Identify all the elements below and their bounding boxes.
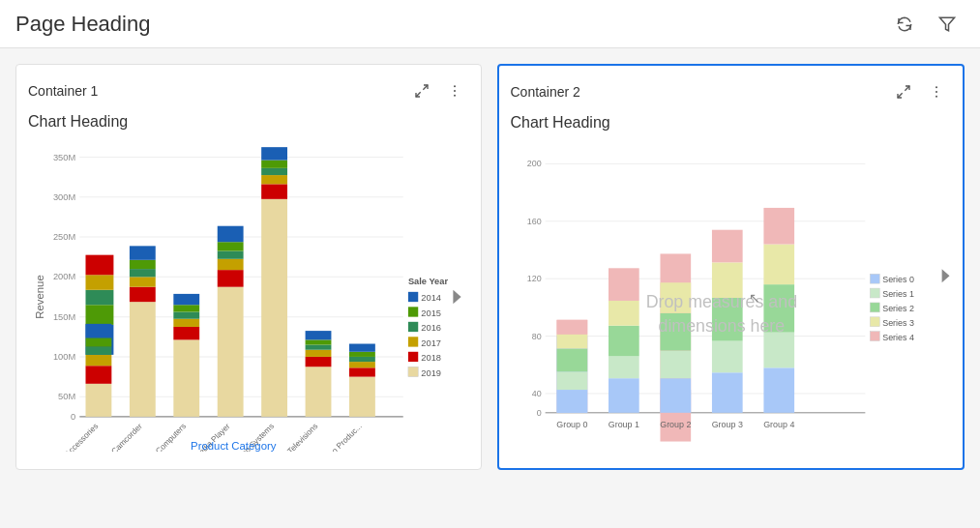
- svg-line-95: [898, 93, 903, 98]
- container-2-actions: [889, 77, 951, 106]
- svg-rect-49: [218, 270, 244, 287]
- svg-text:Series 1: Series 1: [882, 289, 914, 299]
- svg-rect-61: [306, 357, 332, 367]
- svg-text:↖: ↖: [748, 290, 759, 306]
- svg-rect-52: [218, 242, 244, 250]
- svg-rect-34: [85, 337, 111, 346]
- svg-text:2018: 2018: [421, 353, 441, 363]
- container-2-chart: 200 160 120 80 40 0: [511, 143, 952, 453]
- svg-rect-69: [349, 357, 375, 362]
- svg-rect-48: [218, 287, 244, 417]
- svg-rect-31: [85, 366, 111, 384]
- filter-button[interactable]: [930, 7, 965, 42]
- svg-rect-59: [261, 147, 287, 160]
- svg-rect-51: [218, 251, 244, 259]
- svg-rect-56: [261, 175, 287, 184]
- svg-rect-136: [711, 230, 742, 263]
- svg-rect-151: [870, 303, 879, 312]
- container-1-more-button[interactable]: [440, 76, 469, 105]
- container-2-expand-button[interactable]: [889, 77, 918, 106]
- svg-rect-47: [173, 294, 199, 305]
- svg-text:Group 4: Group 4: [763, 420, 794, 429]
- svg-text:250M: 250M: [53, 232, 75, 242]
- svg-rect-67: [349, 367, 375, 376]
- svg-rect-153: [870, 317, 879, 327]
- svg-point-98: [935, 96, 937, 98]
- svg-text:300M: 300M: [53, 192, 75, 202]
- main-content: Container 1 Chart Heading: [0, 48, 980, 485]
- svg-rect-30: [85, 384, 111, 417]
- svg-rect-27: [85, 255, 113, 276]
- svg-rect-122: [609, 301, 639, 326]
- svg-rect-64: [306, 339, 332, 344]
- svg-rect-119: [609, 378, 639, 413]
- container-2-more-button[interactable]: [922, 77, 951, 106]
- svg-rect-137: [763, 367, 794, 413]
- svg-rect-115: [556, 371, 587, 390]
- svg-rect-147: [870, 274, 879, 283]
- svg-rect-120: [609, 356, 639, 378]
- svg-rect-40: [130, 260, 156, 269]
- svg-rect-140: [763, 245, 794, 285]
- svg-rect-55: [261, 184, 287, 198]
- svg-point-3: [454, 85, 456, 87]
- svg-rect-58: [261, 161, 287, 168]
- svg-point-96: [935, 86, 937, 88]
- svg-rect-90: [408, 367, 418, 376]
- svg-rect-25: [85, 290, 113, 305]
- svg-rect-68: [349, 362, 375, 367]
- svg-text:160: 160: [526, 217, 541, 226]
- svg-rect-133: [711, 341, 742, 373]
- svg-rect-155: [870, 332, 879, 341]
- svg-marker-93: [453, 290, 460, 304]
- container-2-chart-heading: Chart Heading: [511, 114, 952, 132]
- svg-point-5: [454, 95, 456, 97]
- svg-text:Revenue: Revenue: [34, 275, 45, 318]
- svg-text:80: 80: [531, 332, 541, 341]
- svg-rect-127: [660, 378, 691, 413]
- svg-rect-121: [609, 326, 639, 357]
- svg-rect-53: [218, 226, 244, 243]
- svg-rect-44: [173, 319, 199, 327]
- container-1-expand-button[interactable]: [407, 76, 436, 105]
- svg-text:2019: 2019: [421, 368, 441, 378]
- refresh-button[interactable]: [887, 7, 922, 42]
- svg-text:120: 120: [526, 274, 541, 283]
- svg-text:2014: 2014: [421, 293, 441, 303]
- svg-rect-36: [130, 302, 156, 417]
- svg-rect-70: [349, 352, 375, 357]
- svg-rect-62: [306, 350, 332, 357]
- svg-rect-132: [711, 372, 742, 413]
- svg-rect-43: [173, 327, 199, 339]
- svg-rect-45: [173, 311, 199, 318]
- svg-marker-0: [940, 17, 955, 31]
- svg-text:Drop measures and: Drop measures and: [645, 292, 796, 311]
- svg-text:150M: 150M: [53, 312, 75, 322]
- svg-text:0: 0: [71, 412, 75, 422]
- container-2-header: Container 2: [511, 77, 952, 106]
- container-1: Container 1 Chart Heading: [15, 64, 482, 470]
- container-1-actions: [407, 76, 469, 105]
- svg-rect-46: [173, 305, 199, 311]
- svg-rect-141: [763, 208, 794, 245]
- svg-text:2017: 2017: [421, 338, 441, 348]
- container-1-title: Container 1: [28, 83, 98, 99]
- svg-rect-116: [556, 348, 587, 371]
- svg-rect-86: [408, 337, 418, 346]
- svg-text:Series 0: Series 0: [882, 275, 914, 284]
- svg-rect-65: [306, 331, 332, 339]
- svg-rect-32: [85, 355, 111, 366]
- page-header: Page Heading: [0, 0, 980, 48]
- container-1-chart-heading: Chart Heading: [28, 113, 469, 131]
- svg-rect-114: [556, 390, 587, 413]
- svg-rect-35: [85, 324, 111, 337]
- svg-text:200M: 200M: [53, 272, 75, 281]
- svg-rect-33: [85, 347, 111, 355]
- svg-rect-128: [660, 350, 691, 378]
- svg-rect-149: [870, 288, 879, 298]
- page-title: Page Heading: [15, 12, 150, 37]
- svg-rect-54: [261, 199, 287, 417]
- svg-rect-38: [130, 277, 156, 286]
- svg-rect-63: [306, 345, 332, 350]
- svg-rect-37: [130, 287, 156, 302]
